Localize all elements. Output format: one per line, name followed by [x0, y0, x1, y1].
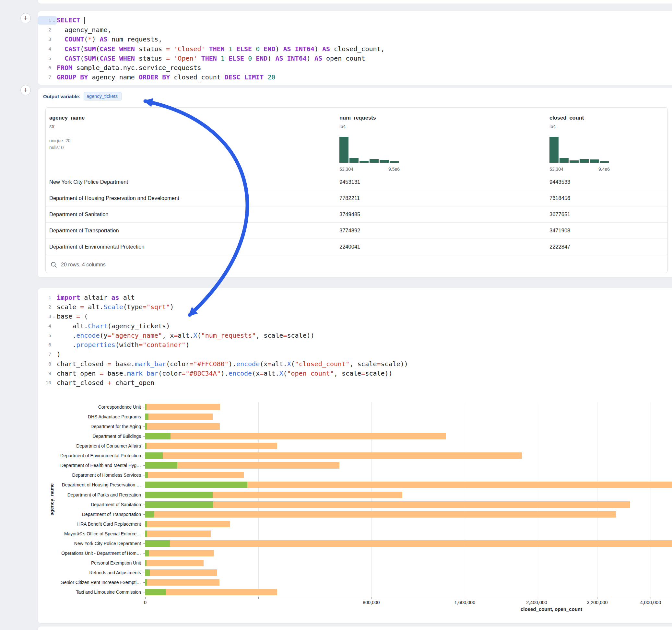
- y-axis-label: DHS Advantage Programs: [88, 414, 141, 420]
- code-line[interactable]: 8chart_closed = base.mark_bar(color="#FF…: [38, 359, 672, 368]
- bar-open-count[interactable]: [145, 589, 166, 595]
- line-gutter[interactable]: 3: [38, 35, 57, 43]
- code-text: base = (: [57, 312, 88, 320]
- bar-closed-count[interactable]: [145, 472, 244, 478]
- line-gutter[interactable]: 4: [38, 322, 57, 330]
- line-gutter[interactable]: 2: [38, 303, 57, 311]
- line-gutter[interactable]: 9: [38, 369, 57, 378]
- line-gutter[interactable]: 5: [38, 331, 57, 340]
- code-line[interactable]: 1⌄SELECT: [38, 16, 672, 25]
- bar-closed-count[interactable]: [145, 413, 213, 420]
- code-line[interactable]: 4 CAST(SUM(CASE WHEN status = 'Closed' T…: [38, 44, 672, 53]
- y-axis-label: Taxi and Limousine Commission: [76, 589, 141, 595]
- table-row[interactable]: Department of Transportation377489234719…: [46, 222, 668, 239]
- code-line[interactable]: 6 .properties(width="container"): [38, 340, 672, 349]
- bar-closed-count[interactable]: [145, 560, 203, 566]
- bar-open-count[interactable]: [145, 472, 148, 478]
- column-name[interactable]: agency_name: [49, 114, 339, 121]
- table-row[interactable]: Department of Environmental Protection22…: [46, 239, 668, 255]
- bar-open-count[interactable]: [145, 404, 146, 410]
- output-variable-chip[interactable]: agency_tickets: [83, 92, 122, 100]
- bar-open-count[interactable]: [145, 550, 149, 556]
- bar-open-count[interactable]: [145, 462, 177, 468]
- bar-closed-count[interactable]: [145, 521, 230, 527]
- code-line[interactable]: 3 COUNT(*) AS num_requests,: [38, 35, 672, 44]
- result-table: agency_name str unique: 20 nulls: 0 num_…: [45, 107, 668, 273]
- line-gutter[interactable]: 2: [38, 26, 57, 34]
- code-line[interactable]: 5 CAST(SUM(CASE WHEN status = 'Open' THE…: [38, 53, 672, 63]
- bar-open-count[interactable]: [145, 501, 213, 508]
- bar-open-count[interactable]: [145, 521, 147, 527]
- code-text: FROM sample_data.nyc.service_requests: [57, 64, 201, 72]
- bar-closed-count[interactable]: [145, 433, 446, 439]
- code-line[interactable]: 5 .encode(y="agency_name", x=alt.X("num_…: [38, 331, 672, 340]
- bar-closed-count[interactable]: [145, 511, 616, 517]
- code-line[interactable]: 6FROM sample_data.nyc.service_requests: [38, 63, 672, 72]
- line-gutter[interactable]: 7: [38, 350, 57, 358]
- column-header-agency-name[interactable]: agency_name str unique: 20 nulls: 0: [49, 107, 339, 174]
- bar-closed-count[interactable]: [145, 570, 217, 576]
- bar-open-count[interactable]: [145, 531, 147, 537]
- column-name[interactable]: num_requests: [339, 114, 549, 121]
- code-line[interactable]: 2 agency_name,: [38, 25, 672, 34]
- bar-open-count[interactable]: [145, 482, 247, 488]
- bar-open-count[interactable]: [145, 579, 147, 586]
- bar-open-count[interactable]: [145, 413, 148, 420]
- bar-closed-count[interactable]: [145, 453, 522, 459]
- histogram-min: 53,304: [549, 167, 563, 172]
- code-line[interactable]: 1import altair as alt: [38, 293, 672, 302]
- bar-closed-count[interactable]: [145, 501, 630, 508]
- code-line[interactable]: 7): [38, 350, 672, 359]
- line-gutter[interactable]: 6: [38, 64, 57, 72]
- line-gutter[interactable]: 5: [38, 54, 57, 63]
- table-cell: 3471908: [549, 227, 668, 234]
- code-line[interactable]: 2scale = alt.Scale(type="sqrt"): [38, 302, 672, 311]
- bar-closed-count[interactable]: [145, 443, 277, 449]
- line-gutter[interactable]: 4: [38, 45, 57, 53]
- bar-open-count[interactable]: [145, 511, 154, 517]
- line-gutter[interactable]: 10: [38, 379, 57, 387]
- code-line[interactable]: 4 alt.Chart(agency_tickets): [38, 321, 672, 331]
- sql-code-editor[interactable]: 1⌄SELECT 2 agency_name,3 COUNT(*) AS num…: [38, 11, 672, 82]
- table-row[interactable]: Department of Sanitation37494853677651: [46, 206, 668, 222]
- bar-closed-count[interactable]: [145, 531, 211, 537]
- search-icon[interactable]: [51, 262, 57, 268]
- fold-caret-icon[interactable]: ⌄: [51, 18, 57, 23]
- bar-closed-count[interactable]: [145, 550, 214, 556]
- add-cell-button-top[interactable]: +: [20, 13, 31, 23]
- line-gutter[interactable]: 6: [38, 341, 57, 349]
- line-gutter[interactable]: 1: [38, 293, 57, 302]
- line-gutter[interactable]: 8: [38, 360, 57, 368]
- line-gutter[interactable]: 3⌄: [38, 312, 57, 320]
- table-cell: Department of Sanitation: [49, 211, 339, 217]
- bar-closed-count[interactable]: [145, 540, 672, 547]
- python-code-editor[interactable]: 1import altair as alt2scale = alt.Scale(…: [38, 288, 672, 388]
- bar-closed-count[interactable]: [145, 579, 219, 586]
- bar-open-count[interactable]: [145, 540, 170, 547]
- bar-open-count[interactable]: [145, 560, 146, 566]
- histogram-bar: [549, 137, 558, 163]
- column-name[interactable]: closed_count: [549, 114, 668, 121]
- fold-caret-icon[interactable]: ⌄: [51, 314, 57, 319]
- text-cursor: [84, 17, 85, 24]
- bar-open-count[interactable]: [145, 433, 170, 439]
- bar-open-count[interactable]: [145, 492, 213, 498]
- line-gutter[interactable]: 1⌄: [38, 16, 57, 25]
- bar-open-count[interactable]: [145, 423, 147, 430]
- bar-open-count[interactable]: [145, 453, 163, 459]
- table-row[interactable]: Department of Housing Preservation and D…: [46, 190, 668, 206]
- code-line[interactable]: 10chart_closed + chart_open: [38, 378, 672, 388]
- histogram-bar: [350, 158, 359, 163]
- code-line[interactable]: 7GROUP BY agency_name ORDER BY closed_co…: [38, 73, 672, 82]
- code-line[interactable]: 3⌄base = (: [38, 312, 672, 321]
- table-row[interactable]: New York City Police Department945313194…: [46, 174, 668, 190]
- bar-open-count[interactable]: [145, 443, 146, 449]
- bar-closed-count[interactable]: [145, 404, 220, 410]
- code-line[interactable]: 9chart_open = base.mark_bar(color="#8BC3…: [38, 368, 672, 378]
- bar-closed-count[interactable]: [145, 423, 220, 430]
- line-gutter[interactable]: 7: [38, 73, 57, 81]
- add-cell-button-middle[interactable]: +: [20, 85, 31, 95]
- column-header-num-requests[interactable]: num_requests i64 53,304 9.5e6: [339, 107, 549, 174]
- bar-open-count[interactable]: [145, 570, 150, 576]
- column-header-closed-count[interactable]: closed_count i64 53,304 9.4e6: [549, 107, 668, 174]
